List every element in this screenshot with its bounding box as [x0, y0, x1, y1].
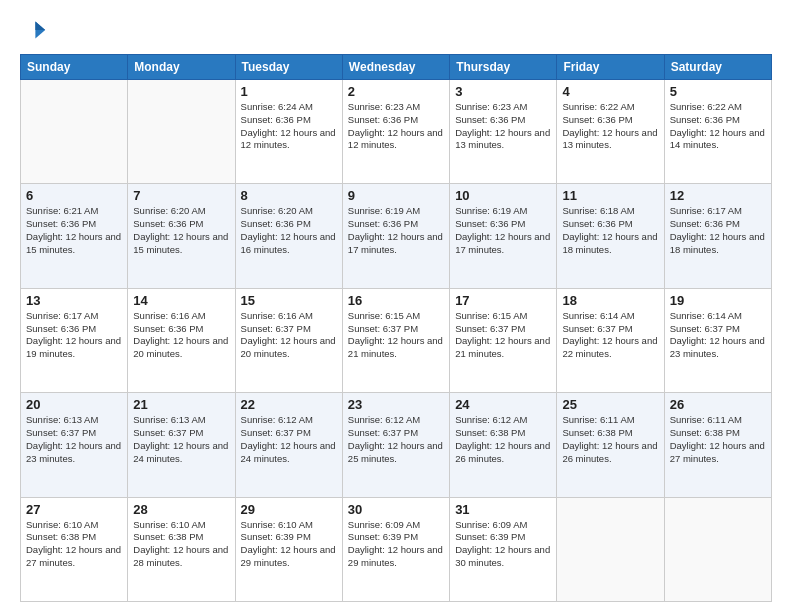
cell-sun-info: Sunrise: 6:14 AMSunset: 6:37 PMDaylight:…	[562, 310, 658, 361]
page: SundayMondayTuesdayWednesdayThursdayFrid…	[0, 0, 792, 612]
calendar-cell: 24Sunrise: 6:12 AMSunset: 6:38 PMDayligh…	[450, 393, 557, 497]
calendar-cell: 6Sunrise: 6:21 AMSunset: 6:36 PMDaylight…	[21, 184, 128, 288]
calendar-week-row: 13Sunrise: 6:17 AMSunset: 6:36 PMDayligh…	[21, 288, 772, 392]
cell-sun-info: Sunrise: 6:19 AMSunset: 6:36 PMDaylight:…	[455, 205, 551, 256]
calendar-week-row: 6Sunrise: 6:21 AMSunset: 6:36 PMDaylight…	[21, 184, 772, 288]
calendar-cell: 2Sunrise: 6:23 AMSunset: 6:36 PMDaylight…	[342, 80, 449, 184]
calendar-cell: 13Sunrise: 6:17 AMSunset: 6:36 PMDayligh…	[21, 288, 128, 392]
day-number: 8	[241, 188, 337, 203]
calendar-cell: 7Sunrise: 6:20 AMSunset: 6:36 PMDaylight…	[128, 184, 235, 288]
cell-sun-info: Sunrise: 6:11 AMSunset: 6:38 PMDaylight:…	[670, 414, 766, 465]
calendar-cell: 3Sunrise: 6:23 AMSunset: 6:36 PMDaylight…	[450, 80, 557, 184]
calendar-cell: 25Sunrise: 6:11 AMSunset: 6:38 PMDayligh…	[557, 393, 664, 497]
calendar-cell: 26Sunrise: 6:11 AMSunset: 6:38 PMDayligh…	[664, 393, 771, 497]
cell-sun-info: Sunrise: 6:15 AMSunset: 6:37 PMDaylight:…	[348, 310, 444, 361]
day-number: 5	[670, 84, 766, 99]
cell-sun-info: Sunrise: 6:21 AMSunset: 6:36 PMDaylight:…	[26, 205, 122, 256]
weekday-header-saturday: Saturday	[664, 55, 771, 80]
day-number: 30	[348, 502, 444, 517]
calendar-cell: 29Sunrise: 6:10 AMSunset: 6:39 PMDayligh…	[235, 497, 342, 601]
cell-sun-info: Sunrise: 6:17 AMSunset: 6:36 PMDaylight:…	[670, 205, 766, 256]
weekday-header-monday: Monday	[128, 55, 235, 80]
cell-sun-info: Sunrise: 6:13 AMSunset: 6:37 PMDaylight:…	[26, 414, 122, 465]
day-number: 14	[133, 293, 229, 308]
weekday-header-friday: Friday	[557, 55, 664, 80]
cell-sun-info: Sunrise: 6:18 AMSunset: 6:36 PMDaylight:…	[562, 205, 658, 256]
calendar-cell	[557, 497, 664, 601]
weekday-header-row: SundayMondayTuesdayWednesdayThursdayFrid…	[21, 55, 772, 80]
day-number: 22	[241, 397, 337, 412]
day-number: 3	[455, 84, 551, 99]
day-number: 29	[241, 502, 337, 517]
day-number: 15	[241, 293, 337, 308]
cell-sun-info: Sunrise: 6:16 AMSunset: 6:37 PMDaylight:…	[241, 310, 337, 361]
day-number: 9	[348, 188, 444, 203]
cell-sun-info: Sunrise: 6:10 AMSunset: 6:39 PMDaylight:…	[241, 519, 337, 570]
calendar-cell	[21, 80, 128, 184]
logo-icon	[20, 16, 48, 44]
calendar-table: SundayMondayTuesdayWednesdayThursdayFrid…	[20, 54, 772, 602]
cell-sun-info: Sunrise: 6:14 AMSunset: 6:37 PMDaylight:…	[670, 310, 766, 361]
calendar-cell: 23Sunrise: 6:12 AMSunset: 6:37 PMDayligh…	[342, 393, 449, 497]
calendar-cell: 8Sunrise: 6:20 AMSunset: 6:36 PMDaylight…	[235, 184, 342, 288]
calendar-cell: 1Sunrise: 6:24 AMSunset: 6:36 PMDaylight…	[235, 80, 342, 184]
day-number: 23	[348, 397, 444, 412]
day-number: 7	[133, 188, 229, 203]
calendar-cell: 31Sunrise: 6:09 AMSunset: 6:39 PMDayligh…	[450, 497, 557, 601]
calendar-cell: 12Sunrise: 6:17 AMSunset: 6:36 PMDayligh…	[664, 184, 771, 288]
calendar-cell: 16Sunrise: 6:15 AMSunset: 6:37 PMDayligh…	[342, 288, 449, 392]
calendar-cell: 30Sunrise: 6:09 AMSunset: 6:39 PMDayligh…	[342, 497, 449, 601]
calendar-cell	[128, 80, 235, 184]
calendar-cell: 9Sunrise: 6:19 AMSunset: 6:36 PMDaylight…	[342, 184, 449, 288]
day-number: 17	[455, 293, 551, 308]
day-number: 18	[562, 293, 658, 308]
day-number: 25	[562, 397, 658, 412]
cell-sun-info: Sunrise: 6:11 AMSunset: 6:38 PMDaylight:…	[562, 414, 658, 465]
calendar-cell: 15Sunrise: 6:16 AMSunset: 6:37 PMDayligh…	[235, 288, 342, 392]
day-number: 6	[26, 188, 122, 203]
weekday-header-tuesday: Tuesday	[235, 55, 342, 80]
calendar-cell: 10Sunrise: 6:19 AMSunset: 6:36 PMDayligh…	[450, 184, 557, 288]
calendar-cell: 28Sunrise: 6:10 AMSunset: 6:38 PMDayligh…	[128, 497, 235, 601]
calendar-cell: 18Sunrise: 6:14 AMSunset: 6:37 PMDayligh…	[557, 288, 664, 392]
calendar-cell: 5Sunrise: 6:22 AMSunset: 6:36 PMDaylight…	[664, 80, 771, 184]
cell-sun-info: Sunrise: 6:10 AMSunset: 6:38 PMDaylight:…	[133, 519, 229, 570]
day-number: 24	[455, 397, 551, 412]
cell-sun-info: Sunrise: 6:20 AMSunset: 6:36 PMDaylight:…	[241, 205, 337, 256]
day-number: 2	[348, 84, 444, 99]
calendar-week-row: 1Sunrise: 6:24 AMSunset: 6:36 PMDaylight…	[21, 80, 772, 184]
calendar-cell	[664, 497, 771, 601]
cell-sun-info: Sunrise: 6:17 AMSunset: 6:36 PMDaylight:…	[26, 310, 122, 361]
calendar-cell: 21Sunrise: 6:13 AMSunset: 6:37 PMDayligh…	[128, 393, 235, 497]
cell-sun-info: Sunrise: 6:12 AMSunset: 6:37 PMDaylight:…	[241, 414, 337, 465]
logo	[20, 16, 52, 44]
cell-sun-info: Sunrise: 6:16 AMSunset: 6:36 PMDaylight:…	[133, 310, 229, 361]
day-number: 4	[562, 84, 658, 99]
cell-sun-info: Sunrise: 6:22 AMSunset: 6:36 PMDaylight:…	[670, 101, 766, 152]
day-number: 21	[133, 397, 229, 412]
cell-sun-info: Sunrise: 6:19 AMSunset: 6:36 PMDaylight:…	[348, 205, 444, 256]
calendar-cell: 19Sunrise: 6:14 AMSunset: 6:37 PMDayligh…	[664, 288, 771, 392]
cell-sun-info: Sunrise: 6:09 AMSunset: 6:39 PMDaylight:…	[455, 519, 551, 570]
day-number: 1	[241, 84, 337, 99]
cell-sun-info: Sunrise: 6:20 AMSunset: 6:36 PMDaylight:…	[133, 205, 229, 256]
day-number: 27	[26, 502, 122, 517]
cell-sun-info: Sunrise: 6:12 AMSunset: 6:37 PMDaylight:…	[348, 414, 444, 465]
weekday-header-thursday: Thursday	[450, 55, 557, 80]
cell-sun-info: Sunrise: 6:09 AMSunset: 6:39 PMDaylight:…	[348, 519, 444, 570]
calendar-cell: 4Sunrise: 6:22 AMSunset: 6:36 PMDaylight…	[557, 80, 664, 184]
day-number: 11	[562, 188, 658, 203]
weekday-header-sunday: Sunday	[21, 55, 128, 80]
cell-sun-info: Sunrise: 6:13 AMSunset: 6:37 PMDaylight:…	[133, 414, 229, 465]
cell-sun-info: Sunrise: 6:15 AMSunset: 6:37 PMDaylight:…	[455, 310, 551, 361]
day-number: 13	[26, 293, 122, 308]
day-number: 12	[670, 188, 766, 203]
calendar-cell: 11Sunrise: 6:18 AMSunset: 6:36 PMDayligh…	[557, 184, 664, 288]
weekday-header-wednesday: Wednesday	[342, 55, 449, 80]
cell-sun-info: Sunrise: 6:10 AMSunset: 6:38 PMDaylight:…	[26, 519, 122, 570]
calendar-cell: 22Sunrise: 6:12 AMSunset: 6:37 PMDayligh…	[235, 393, 342, 497]
cell-sun-info: Sunrise: 6:12 AMSunset: 6:38 PMDaylight:…	[455, 414, 551, 465]
calendar-cell: 20Sunrise: 6:13 AMSunset: 6:37 PMDayligh…	[21, 393, 128, 497]
calendar-cell: 14Sunrise: 6:16 AMSunset: 6:36 PMDayligh…	[128, 288, 235, 392]
cell-sun-info: Sunrise: 6:22 AMSunset: 6:36 PMDaylight:…	[562, 101, 658, 152]
